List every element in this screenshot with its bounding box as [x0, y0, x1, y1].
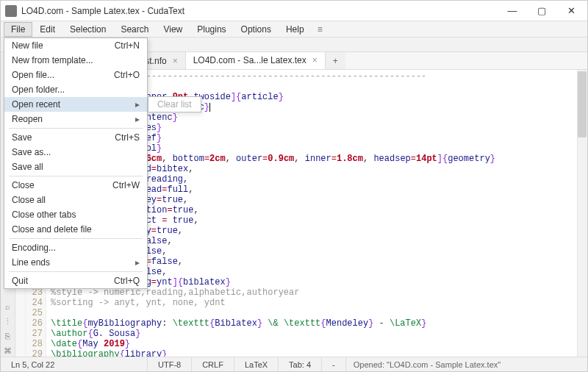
menuitem-label: Quit	[12, 276, 28, 286]
menuitem-label: New file	[12, 40, 43, 51]
menuitem-close[interactable]: CloseCtrl+W	[4, 178, 147, 193]
menuitem-label: New from template...	[12, 55, 93, 65]
menuitem-close-all[interactable]: Close all	[4, 193, 147, 207]
code-line-24[interactable]: %sorting -> anyt, ynt, none, ydnt	[51, 298, 583, 308]
window-title: LO4D.com - Sample Latex.tex - CudaText	[21, 6, 503, 16]
code-line-26[interactable]: \title{myBibliography: \texttt{Biblatex}…	[51, 318, 583, 329]
status-tab-size[interactable]: Tab: 4	[279, 357, 322, 371]
open-recent-submenu[interactable]: Clear list	[148, 96, 201, 112]
submenu-arrow-icon: ▸	[135, 114, 140, 124]
menuitem-new-file[interactable]: New fileCtrl+N	[4, 38, 147, 53]
menuitem-encoding-[interactable]: Encoding...	[4, 240, 147, 255]
menuitem-shortcut: Ctrl+W	[112, 180, 140, 190]
menu-edit[interactable]: Edit	[32, 22, 62, 37]
code-line-27[interactable]: \author{G. Sousa}	[51, 329, 583, 339]
status-insert-mode[interactable]: -	[322, 357, 346, 371]
menu-view[interactable]: View	[156, 22, 190, 37]
menu-file[interactable]: File	[4, 22, 32, 37]
menuitem-label: Close and delete file	[12, 224, 92, 235]
menuitem-new-from-template-[interactable]: New from template...	[4, 53, 147, 68]
status-message: Opened: "LO4D.com - Sample Latex.tex"	[346, 360, 587, 369]
menuitem-open-recent[interactable]: Open recent▸	[4, 97, 147, 112]
menuitem-quit[interactable]: QuitCtrl+Q	[4, 273, 147, 288]
menuitem-shortcut: Ctrl+Q	[114, 276, 140, 286]
status-encoding[interactable]: UTF-8	[148, 357, 192, 371]
menuitem-label: Reopen	[12, 114, 43, 124]
menuitem-label: Line ends	[12, 257, 50, 268]
submenu-arrow-icon: ▸	[135, 257, 140, 268]
menuitem-shortcut: Ctrl+S	[115, 132, 140, 143]
menu-plugins[interactable]: Plugins	[190, 22, 233, 37]
menuitem-save-all[interactable]: Save all	[4, 160, 147, 174]
clear-list-item[interactable]: Clear list	[157, 99, 192, 110]
code-line-29[interactable]: \bibliography{library}	[51, 349, 583, 357]
status-line-endings[interactable]: CRLF	[192, 357, 234, 371]
menuitem-open-folder-[interactable]: Open folder...	[4, 82, 147, 97]
menuitem-label: Close other tabs	[12, 210, 76, 220]
menuitem-shortcut: Ctrl+N	[115, 40, 140, 51]
menuitem-label: Save as...	[12, 147, 51, 157]
code-line-28[interactable]: \date{May 2019}	[51, 339, 583, 349]
minimize-button[interactable]: ―	[503, 5, 521, 16]
sidebar-icon-bottom-1[interactable]: ⋮	[3, 317, 13, 327]
status-caret-pos[interactable]: Ln 5, Col 22	[1, 357, 148, 371]
tab-2[interactable]: LO4D.com - Sa...le Latex.tex×	[186, 52, 326, 69]
status-lexer[interactable]: LaTeX	[234, 357, 279, 371]
menuitem-line-ends[interactable]: Line ends▸	[4, 255, 147, 270]
vertical-scrollbar[interactable]	[577, 70, 587, 357]
menuitem-label: Open file...	[12, 70, 54, 80]
close-window-button[interactable]: ✕	[562, 5, 580, 16]
menuitem-label: Open recent	[12, 99, 60, 110]
menuitem-save[interactable]: SaveCtrl+S	[4, 130, 147, 145]
menu-hamburger-icon[interactable]: ≡	[312, 22, 329, 37]
code-line-25[interactable]	[51, 308, 583, 318]
menu-help[interactable]: Help	[279, 22, 312, 37]
menuitem-label: Close all	[12, 195, 46, 205]
file-menu-dropdown[interactable]: New fileCtrl+NNew from template...Open f…	[4, 37, 148, 289]
menuitem-close-and-delete-file[interactable]: Close and delete file	[4, 222, 147, 237]
menuitem-label: Encoding...	[12, 243, 56, 253]
tab-close-icon[interactable]: ×	[173, 56, 178, 66]
menuitem-label: Save	[12, 132, 32, 143]
maximize-button[interactable]: ▢	[533, 5, 551, 16]
menuitem-label: Close	[12, 180, 35, 190]
app-icon	[5, 5, 17, 17]
menu-options[interactable]: Options	[234, 22, 279, 37]
sidebar-icon-bottom-2[interactable]: ⎘	[3, 332, 13, 342]
menuitem-reopen[interactable]: Reopen▸	[4, 112, 147, 126]
tab-add-button[interactable]: +	[326, 52, 345, 69]
menu-selection[interactable]: Selection	[62, 22, 113, 37]
menuitem-close-other-tabs[interactable]: Close other tabs	[4, 207, 147, 222]
menu-bar: FileEditSelectionSearchViewPluginsOption…	[1, 21, 587, 37]
tab-close-icon[interactable]: ×	[312, 55, 318, 65]
status-bar: Ln 5, Col 22 UTF-8 CRLF LaTeX Tab: 4 - O…	[1, 357, 587, 371]
submenu-arrow-icon: ▸	[135, 99, 140, 110]
tab-label: LO4D.com - Sa...le Latex.tex	[193, 55, 306, 65]
menuitem-shortcut: Ctrl+O	[114, 70, 140, 80]
menuitem-label: Save all	[12, 162, 43, 172]
sidebar-icon-bottom-3[interactable]: ⌘	[3, 346, 13, 357]
sidebar-icon-bottom-0[interactable]: ⌕	[3, 302, 13, 312]
menuitem-save-as-[interactable]: Save as...	[4, 145, 147, 160]
menu-search[interactable]: Search	[113, 22, 156, 37]
menuitem-open-file-[interactable]: Open file...Ctrl+O	[4, 68, 147, 82]
scrollbar-thumb[interactable]	[578, 71, 587, 137]
code-line-23[interactable]: %style -> numeric,reading,alphabetic,aut…	[51, 287, 583, 298]
title-bar: LO4D.com - Sample Latex.tex - CudaText ―…	[1, 1, 587, 21]
menuitem-label: Open folder...	[12, 85, 65, 95]
